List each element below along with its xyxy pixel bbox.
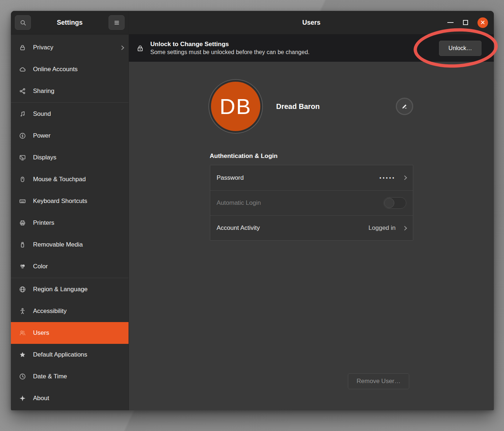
sidebar-item-sound[interactable]: Sound bbox=[11, 103, 129, 125]
sidebar-item-default-applications[interactable]: Default Applications bbox=[11, 344, 129, 366]
sidebar-item-power[interactable]: Power bbox=[11, 125, 129, 147]
pencil-icon bbox=[401, 103, 408, 110]
password-dots: ••••• bbox=[379, 175, 396, 181]
window-controls: ✕ bbox=[447, 11, 488, 34]
banner-subtitle: Some settings must be unlocked before th… bbox=[150, 49, 433, 56]
remove-user-button[interactable]: Remove User… bbox=[348, 373, 409, 389]
unlock-banner: Unlock to Change Settings Some settings … bbox=[129, 34, 494, 62]
usb-drive-icon bbox=[19, 241, 26, 248]
banner-title: Unlock to Change Settings bbox=[150, 40, 433, 49]
sidebar-item-accessibility[interactable]: Accessibility bbox=[11, 300, 129, 322]
page-title: Users bbox=[302, 19, 320, 27]
unlock-button[interactable]: Unlock… bbox=[439, 41, 481, 56]
sidebar-item-users[interactable]: Users bbox=[11, 322, 129, 344]
edit-avatar-button[interactable] bbox=[396, 98, 413, 115]
sidebar-header: Settings bbox=[11, 11, 129, 34]
sidebar-item-removable-media[interactable]: Removable Media bbox=[11, 234, 129, 256]
main-panel: Users ✕ Unlock to Change Settings Some s… bbox=[129, 11, 494, 410]
sidebar-item-color[interactable]: Color bbox=[11, 256, 129, 277]
globe-icon bbox=[19, 286, 26, 293]
printer-icon bbox=[19, 219, 26, 227]
sidebar: Settings Privacy Online Accounts bbox=[11, 11, 129, 410]
close-button[interactable]: ✕ bbox=[477, 17, 488, 28]
sidebar-item-online-accounts[interactable]: Online Accounts bbox=[11, 58, 129, 80]
users-icon bbox=[19, 329, 26, 337]
settings-window: Settings Privacy Online Accounts bbox=[11, 11, 494, 410]
color-circles-icon bbox=[19, 263, 26, 270]
mouse-icon bbox=[19, 176, 26, 183]
chevron-right-icon bbox=[402, 226, 407, 231]
sidebar-separator bbox=[11, 278, 129, 278]
footer-actions: Remove User… bbox=[348, 373, 409, 389]
search-icon bbox=[20, 19, 27, 26]
lock-icon bbox=[19, 44, 26, 51]
sidebar-item-privacy[interactable]: Privacy bbox=[11, 37, 129, 58]
sidebar-item-region-language[interactable]: Region & Language bbox=[11, 278, 129, 300]
display-icon bbox=[19, 154, 26, 161]
user-column: DB Dread Baron Authentication & Login Pa… bbox=[210, 81, 413, 241]
menu-button[interactable] bbox=[109, 15, 125, 30]
sidebar-item-printers[interactable]: Printers bbox=[11, 212, 129, 234]
users-content: DB Dread Baron Authentication & Login Pa… bbox=[129, 62, 494, 410]
clock-icon bbox=[19, 373, 26, 380]
sidebar-item-mouse-touchpad[interactable]: Mouse & Touchpad bbox=[11, 168, 129, 190]
minimize-button[interactable] bbox=[447, 22, 454, 23]
sidebar-item-about[interactable]: About bbox=[11, 387, 129, 409]
auth-section-heading: Authentication & Login bbox=[210, 153, 413, 160]
accessibility-icon bbox=[19, 308, 26, 315]
power-icon bbox=[19, 132, 26, 139]
keyboard-icon bbox=[19, 198, 26, 205]
titlebar: Users ✕ bbox=[129, 11, 494, 34]
user-name: Dread Baron bbox=[276, 102, 320, 111]
chevron-right-icon bbox=[119, 45, 124, 50]
sidebar-item-displays[interactable]: Displays bbox=[11, 147, 129, 168]
share-icon bbox=[19, 88, 26, 95]
sidebar-item-date-time[interactable]: Date & Time bbox=[11, 366, 129, 387]
app-title: Settings bbox=[31, 19, 109, 27]
lock-icon bbox=[136, 44, 144, 52]
cloud-icon bbox=[19, 66, 26, 73]
account-activity-row[interactable]: Account Activity Logged in bbox=[210, 215, 413, 240]
sidebar-item-keyboard-shortcuts[interactable]: Keyboard Shortcuts bbox=[11, 190, 129, 212]
automatic-login-toggle[interactable] bbox=[383, 197, 406, 209]
auth-card: Password ••••• Automatic Login Accou bbox=[210, 165, 413, 241]
star-icon bbox=[19, 351, 26, 358]
maximize-button[interactable] bbox=[463, 20, 468, 25]
toggle-knob bbox=[384, 198, 394, 208]
sparkle-icon bbox=[19, 395, 26, 402]
sidebar-item-sharing[interactable]: Sharing bbox=[11, 80, 129, 102]
music-note-icon bbox=[19, 110, 26, 118]
hamburger-menu-icon bbox=[113, 19, 120, 26]
avatar: DB bbox=[211, 82, 260, 131]
automatic-login-row: Automatic Login bbox=[210, 190, 413, 215]
sidebar-list: Privacy Online Accounts Sharing bbox=[11, 34, 129, 410]
sidebar-separator bbox=[11, 102, 129, 103]
user-header: DB Dread Baron bbox=[210, 81, 413, 132]
chevron-right-icon bbox=[402, 175, 407, 180]
account-activity-value: Logged in bbox=[369, 224, 396, 232]
password-row[interactable]: Password ••••• bbox=[210, 165, 413, 190]
banner-texts: Unlock to Change Settings Some settings … bbox=[150, 40, 433, 56]
search-button[interactable] bbox=[15, 15, 31, 30]
